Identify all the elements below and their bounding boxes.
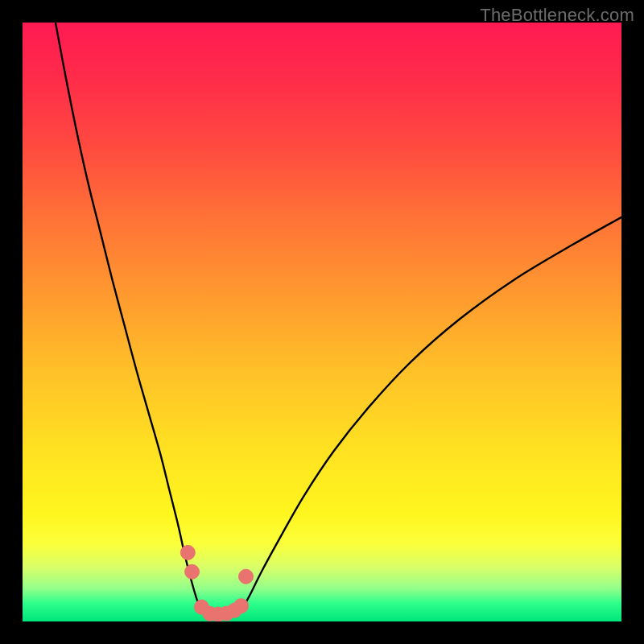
bottleneck-curve: [56, 23, 621, 617]
data-point-marker: [180, 545, 195, 559]
chart-frame: TheBottleneck.com: [0, 0, 644, 644]
data-point-marker: [234, 599, 249, 613]
data-point-marker: [239, 569, 254, 584]
curve-overlay: [23, 23, 621, 621]
plot-area: [23, 23, 621, 621]
data-point-marker: [185, 564, 200, 579]
